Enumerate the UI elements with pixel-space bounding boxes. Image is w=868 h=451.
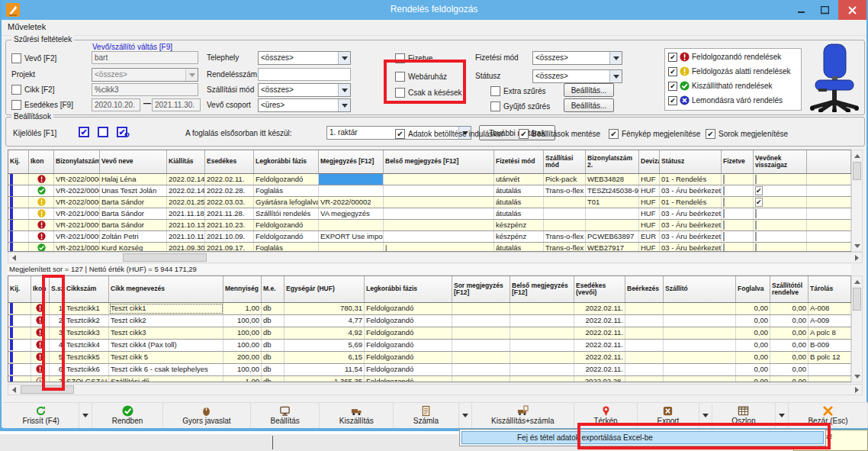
row-select-checkbox[interactable] — [8, 197, 29, 208]
column-header[interactable]: Egységár (HUF) — [285, 276, 365, 302]
column-header[interactable]: Mennyiség — [223, 276, 262, 302]
column-header[interactable]: Ikon — [29, 150, 54, 173]
column-header[interactable]: Legkorábbi fázis — [365, 276, 452, 302]
fizetve-checkbox[interactable] — [722, 197, 754, 208]
fizetve-checkbox[interactable] — [722, 243, 754, 252]
maximize-button[interactable] — [813, 0, 836, 20]
table-row[interactable]: VR-2021/00085Kurd Község2021.09.30.2021.… — [8, 243, 851, 252]
esedekes-to-input[interactable]: 2021.11.30. — [152, 98, 201, 111]
settings-checkbox[interactable]: ✔Sorok megjelenítése — [706, 129, 788, 139]
legend-checkbox[interactable]: ✔ — [668, 53, 677, 62]
column-header[interactable]: Megjegyzés [F12] — [319, 150, 384, 173]
items-hscrollbar[interactable] — [8, 384, 863, 395]
visszaigazolva-checkbox[interactable]: ✔ — [754, 185, 807, 196]
select-all-checkbox-icon[interactable]: ✔ — [79, 127, 89, 137]
column-header[interactable]: Tárolás — [809, 276, 851, 302]
table-row[interactable]: 4Tesztcikk4Teszt cikk4 (Pax toll)100,00d… — [8, 340, 851, 352]
row-select-checkbox[interactable] — [8, 327, 31, 339]
scroll-thumb[interactable] — [853, 288, 861, 311]
settings-checkbox[interactable]: ✔Beállítások mentése — [519, 129, 600, 139]
row-select-checkbox[interactable] — [8, 364, 31, 375]
row-select-checkbox[interactable] — [8, 174, 29, 185]
table-row[interactable]: VR-2022/00004Unas Teszt Jolán2022.02.14.… — [8, 185, 851, 197]
column-header[interactable]: Vevő neve — [100, 150, 167, 173]
beállítás-button[interactable]: Beállítás — [251, 403, 320, 428]
visszaigazolva-checkbox[interactable] — [754, 231, 807, 242]
settings-checkbox[interactable]: ✔Fénykép megjelenítése — [609, 129, 700, 139]
row-select-checkbox[interactable] — [8, 303, 31, 314]
column-header[interactable]: M.e. — [262, 276, 285, 302]
row-select-checkbox[interactable] — [8, 315, 31, 327]
column-header[interactable]: Bizonylatszám 2. — [586, 150, 639, 173]
extra-szures-beallitas-button[interactable]: Beállítás... — [564, 83, 614, 97]
scroll-up-icon[interactable] — [852, 150, 862, 161]
row-select-checkbox[interactable] — [8, 208, 29, 219]
table-row[interactable]: VR-2021/00091Barta Sándor2021.10.13.2021… — [8, 220, 851, 231]
table-row[interactable]: VR-2022/00002Barta Sándor2022.01.25.2022… — [8, 197, 851, 208]
column-header[interactable]: Cikkszám — [65, 276, 109, 302]
settings-checkbox[interactable]: ✔Adatok betölltése induláskor — [395, 129, 503, 139]
row-select-checkbox[interactable] — [8, 376, 31, 382]
items-vscrollbar[interactable] — [851, 275, 863, 382]
fizetve-checkbox[interactable] — [722, 174, 754, 185]
orders-vscrollbar[interactable] — [851, 150, 863, 252]
minimize-button[interactable] — [790, 0, 813, 20]
vevo-input[interactable]: bart — [92, 51, 198, 64]
menu-muveletek[interactable]: Műveletek — [8, 22, 46, 31]
gyujto-szures-beallitas-button[interactable]: Beállítás... — [564, 98, 614, 112]
column-header[interactable]: Esedékes — [205, 150, 254, 173]
row-select-checkbox[interactable] — [8, 352, 31, 363]
scroll-up-icon[interactable] — [852, 276, 862, 287]
scroll-thumb[interactable] — [853, 162, 861, 180]
legend-checkbox[interactable]: ✔ — [668, 82, 677, 91]
extra-szures-checkbox[interactable]: Extra szűrés — [490, 86, 546, 96]
projekt-select[interactable]: <összes> — [92, 68, 198, 82]
table-row[interactable]: 7SZOLGSZALLSzállítási díj1,00db1 365,35F… — [8, 376, 851, 382]
column-header[interactable]: Foglalva — [736, 276, 770, 302]
chevron-down-icon[interactable] — [79, 403, 92, 428]
fizetve-checkbox[interactable] — [722, 220, 754, 230]
column-header[interactable]: Fizetve — [722, 150, 754, 173]
column-header[interactable]: Kij. — [8, 276, 31, 302]
deselect-all-checkbox-icon[interactable] — [98, 127, 108, 137]
fizetve-checkbox[interactable] — [722, 208, 754, 219]
column-header[interactable]: Státusz — [660, 150, 722, 173]
column-header[interactable]: Fizetési mód — [494, 150, 544, 173]
column-header[interactable]: Kij. — [8, 150, 29, 173]
table-row[interactable]: 6Tesztcikk6Teszt cikk 6 - csak telephely… — [8, 364, 851, 376]
scroll-left-icon[interactable] — [8, 385, 19, 395]
column-header[interactable]: Deviza — [639, 150, 660, 173]
column-header[interactable]: Belső megjegyzés [F12] — [510, 276, 574, 302]
rendben-button[interactable]: Rendben — [92, 403, 163, 428]
column-header[interactable]: Belső megjegyzés [F12] — [384, 150, 494, 173]
row-select-checkbox[interactable] — [8, 231, 29, 242]
column-header[interactable]: Szállítótól rendelve — [770, 276, 809, 302]
row-select-checkbox[interactable] — [8, 220, 29, 230]
telephely-select[interactable]: <összes> — [258, 51, 351, 65]
close-button[interactable] — [838, 0, 866, 20]
table-row[interactable]: VR-2021/00094Barta Sándor2021.11.18.2021… — [8, 208, 851, 220]
cikk-checkbox[interactable]: Cikk [F2] — [11, 85, 54, 95]
fizetve-checkbox[interactable] — [722, 231, 754, 242]
column-header[interactable]: Szállító — [664, 276, 736, 302]
customer-supplier-switch-link[interactable]: Vevő/szállító váltás [F9] — [92, 43, 172, 51]
visszaigazolva-checkbox[interactable] — [754, 208, 807, 219]
gyors-javaslat-button[interactable]: Gyors javaslat — [163, 403, 251, 428]
scroll-left-icon[interactable] — [8, 253, 19, 263]
scroll-right-icon[interactable] — [851, 253, 862, 263]
visszaigazolva-checkbox[interactable] — [754, 220, 807, 230]
scroll-down-icon[interactable] — [852, 371, 862, 382]
column-header[interactable]: Kiállítás — [167, 150, 205, 173]
frissít-f4--button[interactable]: Frissít (F4) — [3, 403, 79, 428]
kiszállítás-button[interactable]: Kiszállítás — [320, 403, 394, 428]
column-header[interactable]: Sor megjegyzés [F12] — [452, 276, 510, 302]
szallitasi-mod-select[interactable]: <összes> — [258, 83, 351, 97]
table-row[interactable]: VR-2021/00090Zoltán Petri2021.10.11.2021… — [8, 231, 851, 243]
column-header[interactable] — [807, 150, 851, 173]
row-select-checkbox[interactable] — [8, 243, 29, 252]
table-row[interactable]: 3Tesztcikk3Teszt cikk3100,00db4,92Feldol… — [8, 327, 851, 340]
rendelesszam-input[interactable] — [258, 68, 351, 81]
számla-button[interactable]: Számla — [394, 403, 458, 428]
row-select-checkbox[interactable] — [8, 340, 31, 351]
esedekes-from-input[interactable]: 2020.10.20. — [92, 98, 140, 111]
